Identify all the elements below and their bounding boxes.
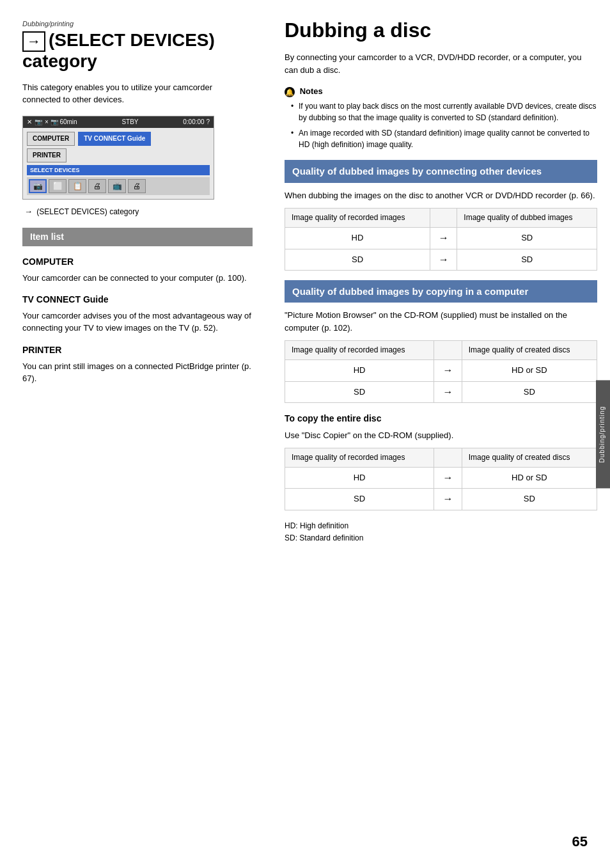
item-printer-title: PRINTER (22, 344, 253, 357)
table2-row1-to: HD or SD (462, 360, 597, 381)
cam-icon-1: 📷 (29, 179, 47, 193)
item-list-header: Item list (22, 228, 253, 247)
table-row: SD → SD (285, 381, 597, 402)
quality-section-2-header: Quality of dubbed images by copying in a… (285, 280, 597, 303)
stby-label: STBY (121, 118, 138, 127)
table3-col3-header: Image quality of created discs (462, 448, 597, 468)
table3-row1-arrow: → (434, 467, 462, 488)
cam-icon-3: 📋 (68, 179, 86, 193)
camera-ui-buttons: COMPUTER TV CONNECT Guide (27, 132, 210, 146)
table1-row1-arrow: → (430, 228, 457, 249)
cam-icon-4: 🖨 (88, 179, 106, 193)
printer-button[interactable]: PRINTER (27, 148, 66, 162)
table1-row1-from: HD (285, 228, 430, 249)
item-computer-title: COMPUTER (22, 256, 253, 269)
note-icon: 🔔 (285, 87, 295, 97)
side-tab: Dubbing/printing (596, 380, 610, 488)
section3-body: Use "Disc Copier" on the CD-ROM (supplie… (285, 429, 597, 442)
table3-col1-header: Image quality of recorded images (285, 448, 434, 468)
notes-section: 🔔 Notes If you want to play back discs o… (285, 86, 597, 150)
table2-row2-to: SD (462, 381, 597, 402)
table2-row2-from: SD (285, 381, 434, 402)
quality-table-1: Image quality of recorded images Image q… (285, 208, 597, 271)
time-label: × 📷 60min (45, 118, 77, 127)
table1-col2-header (430, 209, 457, 228)
table-row: SD → SD (285, 249, 597, 270)
category-label: Dubbing/printing (22, 19, 253, 29)
table3-row1-from: HD (285, 467, 434, 488)
item-tv-title: TV CONNECT Guide (22, 294, 253, 306)
table3-row1-to: HD or SD (462, 467, 597, 488)
table-row: HD → HD or SD (285, 467, 597, 488)
camera-ui-header: ✕ 📷 × 📷 60min STBY 0:00:00 ? (23, 116, 214, 128)
table3-row2-from: SD (285, 489, 434, 510)
table2-col3-header: Image quality of created discs (462, 341, 597, 360)
footnote2: SD: Standard definition (285, 532, 597, 544)
main-title: Dubbing a disc (285, 19, 597, 42)
table-row: SD → SD (285, 489, 597, 510)
section2-body: "Picture Motion Browser" on the CD-ROM (… (285, 309, 597, 334)
item-tv-connect: TV CONNECT Guide Your camcorder advises … (22, 294, 253, 335)
ui-caption: → (SELECT DEVICES) category (22, 206, 253, 217)
cam-icon-6: 🖨 (128, 179, 146, 193)
camera-ui-body: COMPUTER TV CONNECT Guide PRINTER SELECT… (23, 128, 214, 200)
select-devices-bar: SELECT DEVICES (27, 165, 210, 176)
quality-table-3: Image quality of recorded images Image q… (285, 448, 597, 510)
table2-col1-header: Image quality of recorded images (285, 341, 434, 360)
table2-row1-from: HD (285, 360, 434, 381)
section3-title: To copy the entire disc (285, 413, 597, 425)
category-title: →(SELECT DEVICES) category (22, 31, 253, 72)
note-item-1: If you want to play back discs on the mo… (291, 100, 597, 123)
table2-col2-header (434, 341, 462, 360)
notes-list: If you want to play back discs on the mo… (285, 100, 597, 150)
item-printer: PRINTER You can print still images on a … (22, 344, 253, 385)
note-item-2: An image recorded with SD (standard defi… (291, 127, 597, 150)
table-row: HD → SD (285, 228, 597, 249)
cam-icon-2: ⬜ (49, 179, 66, 193)
x-icon: ✕ (27, 118, 32, 127)
camera-icons-row: 📷 ⬜ 📋 🖨 📺 🖨 (27, 177, 210, 195)
item-computer: COMPUTER Your camcorder can be connected… (22, 256, 253, 284)
category-intro: This category enables you to utilize you… (22, 81, 253, 106)
intro-text: By connecting your camcorder to a VCR, D… (285, 51, 597, 76)
table3-col2-header (434, 448, 462, 468)
table1-col3-header: Image quality of dubbed images (457, 209, 597, 228)
camera-ui-buttons-row2: PRINTER (27, 148, 210, 162)
tv-connect-button[interactable]: TV CONNECT Guide (78, 132, 151, 146)
left-column: Dubbing/printing →(SELECT DEVICES) categ… (0, 0, 269, 868)
table2-row2-arrow: → (434, 381, 462, 402)
camera-icon: 📷 (35, 118, 42, 127)
camera-header-left: ✕ 📷 × 📷 60min (27, 118, 77, 127)
notes-title: 🔔 Notes (285, 86, 597, 97)
quality-section-1-header: Quality of dubbed images by connecting o… (285, 160, 597, 183)
table1-row1-to: SD (457, 228, 597, 249)
table1-col1-header: Image quality of recorded images (285, 209, 430, 228)
table1-row2-to: SD (457, 249, 597, 270)
table3-row2-to: SD (462, 489, 597, 510)
cam-icon-5: 📺 (108, 179, 126, 193)
item-computer-body: Your camcorder can be connected to your … (22, 272, 253, 285)
caption-icon: → (22, 206, 35, 217)
table1-row2-from: SD (285, 249, 430, 270)
right-column: Dubbing a disc By connecting your camcor… (269, 0, 610, 868)
select-devices-icon: → (22, 31, 45, 52)
item-printer-body: You can print still images on a connecte… (22, 360, 253, 385)
item-tv-body: Your camcorder advises you of the most a… (22, 310, 253, 335)
quality-table-2: Image quality of recorded images Image q… (285, 340, 597, 403)
table3-row2-arrow: → (434, 489, 462, 510)
section1-body: When dubbing the images on the disc to a… (285, 189, 597, 202)
computer-button[interactable]: COMPUTER (27, 132, 75, 146)
camera-ui: ✕ 📷 × 📷 60min STBY 0:00:00 ? COMPUTER TV… (22, 116, 214, 200)
table-row: HD → HD or SD (285, 360, 597, 381)
page-number: 65 (572, 832, 588, 852)
table2-row1-arrow: → (434, 360, 462, 381)
time-display: 0:00:00 ? (183, 118, 210, 127)
table1-row2-arrow: → (430, 249, 457, 270)
footnote1: HD: High definition (285, 520, 597, 532)
footnotes: HD: High definition SD: Standard definit… (285, 520, 597, 544)
